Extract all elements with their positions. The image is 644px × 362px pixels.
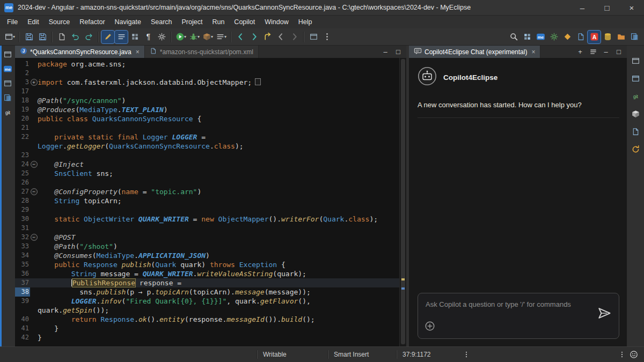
web-project-button[interactable] [574, 31, 587, 43]
line-number[interactable]: 17 [15, 87, 30, 96]
debug-button[interactable]: ▾ [188, 31, 201, 43]
line-number[interactable]: 36 [15, 269, 30, 278]
line-number[interactable]: 40 [15, 315, 30, 324]
console-view-icon[interactable] [2, 49, 13, 60]
menu-edit[interactable]: Edit [23, 17, 44, 27]
line-number[interactable]: 26 [15, 178, 30, 187]
line-number[interactable]: 25 [15, 169, 30, 178]
toolbar-overflow-button[interactable] [320, 31, 333, 43]
project-explorer-view-icon[interactable] [2, 78, 13, 88]
line-number[interactable]: 37 [15, 278, 30, 287]
next-annotation-button[interactable] [307, 31, 320, 43]
chat-input[interactable]: Ask Copilot a question or type '/' for c… [418, 293, 619, 339]
view-menu-button[interactable] [587, 47, 599, 57]
undo-button[interactable] [69, 31, 82, 43]
line-number[interactable]: 38 [15, 287, 30, 297]
fold-marker-icon[interactable]: + [30, 78, 38, 87]
status-overflow-icon[interactable] [616, 349, 628, 360]
fold-marker-icon[interactable]: − [30, 160, 38, 169]
scrollbar-thumb[interactable] [401, 59, 405, 344]
editor-scrollbar[interactable] [399, 58, 406, 346]
java-editor-button[interactable] [101, 31, 114, 43]
minimize-editor-button[interactable]: – [379, 47, 391, 57]
run-button[interactable]: ▾ [174, 31, 187, 43]
line-number[interactable]: 41 [15, 324, 30, 333]
line-number[interactable]: 32 [15, 233, 30, 242]
open-perspective-button[interactable] [521, 31, 533, 43]
menu-help[interactable]: Help [294, 17, 317, 27]
close-icon[interactable]: × [531, 48, 535, 56]
mark-occurrences-button[interactable] [115, 31, 128, 43]
external-tools-button[interactable]: ▾ [215, 31, 228, 43]
menu-project[interactable]: Project [177, 17, 208, 27]
menu-file[interactable]: File [2, 17, 23, 27]
package-explorer-view-icon[interactable] [630, 108, 641, 119]
close-icon[interactable]: × [136, 48, 140, 56]
line-number[interactable]: 3 [15, 78, 30, 87]
show-whitespace-button[interactable]: ¶ [142, 31, 155, 43]
minimize-window-button[interactable]: – [570, 0, 595, 15]
last-edit-location-button[interactable] [261, 31, 274, 43]
angular-perspective-button[interactable]: A [588, 31, 601, 43]
line-number[interactable]: 18 [15, 96, 30, 105]
coverage-button[interactable]: ▾ [201, 31, 214, 43]
line-number[interactable]: 31 [15, 224, 30, 233]
new-wizard-button[interactable]: ▾ [3, 31, 16, 43]
myeclipse-view-icon[interactable]: me [2, 63, 13, 74]
line-number[interactable]: 19 [15, 105, 30, 114]
line-number[interactable]: 24 [15, 160, 30, 169]
attach-plus-icon[interactable] [425, 321, 435, 334]
line-number[interactable]: 2 [15, 69, 30, 78]
menu-refactor[interactable]: Refactor [75, 17, 109, 27]
code-editor[interactable]: 1package org.acme.sns;23+import com.fast… [15, 58, 406, 346]
back-history-button[interactable] [274, 31, 287, 43]
minimize-panel-button[interactable]: – [600, 47, 612, 57]
maximize-editor-button[interactable]: □ [392, 47, 404, 57]
line-number[interactable]: 23 [15, 151, 30, 160]
menu-run[interactable]: Run [207, 17, 229, 27]
git-staging-view-icon[interactable]: git [630, 91, 641, 101]
history-view-icon[interactable] [630, 144, 641, 154]
maximize-panel-button[interactable]: □ [613, 47, 625, 57]
forward-button[interactable] [247, 31, 260, 43]
database-explorer-button[interactable] [601, 31, 614, 43]
tab-pom-xml[interactable]: *amazon-sns-quickstart/pom.xml [145, 46, 259, 58]
line-number[interactable]: 34 [15, 251, 30, 260]
close-window-button[interactable]: × [619, 0, 644, 15]
fold-marker-icon[interactable]: − [30, 187, 38, 196]
print-button[interactable] [55, 31, 68, 43]
restore-view-icon[interactable] [630, 55, 641, 66]
file-explorer-button[interactable] [614, 31, 627, 43]
line-number[interactable] [15, 306, 30, 315]
line-number[interactable]: 30 [15, 215, 30, 224]
copilot-status-icon[interactable] [628, 349, 644, 360]
format-source-button[interactable] [155, 31, 168, 43]
terminal-view-icon[interactable] [630, 73, 641, 84]
back-button[interactable] [234, 31, 247, 43]
forward-history-button[interactable] [288, 31, 301, 43]
show-grid-button[interactable] [128, 31, 141, 43]
menu-navigate[interactable]: Navigate [110, 17, 146, 27]
tab-quarkscannonsyncresource-java[interactable]: J*QuarksCannonSyncResource.java× [15, 46, 145, 58]
servers-view-icon[interactable] [2, 92, 13, 103]
line-number[interactable]: 20 [15, 114, 30, 123]
git-view-icon[interactable]: git [2, 107, 13, 117]
maximize-window-button[interactable]: □ [595, 0, 619, 15]
line-number[interactable]: 39 [15, 297, 30, 306]
menu-search[interactable]: Search [146, 17, 177, 27]
line-number[interactable]: 22 [15, 132, 30, 142]
line-number[interactable]: 1 [15, 60, 30, 69]
line-number[interactable]: 21 [15, 123, 30, 132]
send-icon[interactable] [597, 306, 611, 322]
fold-marker-icon[interactable]: − [30, 233, 38, 242]
redo-button[interactable] [82, 31, 95, 43]
line-number[interactable]: 27 [15, 187, 30, 196]
line-number[interactable]: 35 [15, 260, 30, 269]
line-number[interactable]: 33 [15, 242, 30, 251]
save-all-button[interactable] [36, 31, 49, 43]
search-button[interactable] [507, 31, 520, 43]
save-button[interactable] [23, 31, 35, 43]
line-number[interactable]: 28 [15, 196, 30, 205]
menu-window[interactable]: Window [260, 17, 293, 27]
line-number[interactable]: 29 [15, 205, 30, 215]
